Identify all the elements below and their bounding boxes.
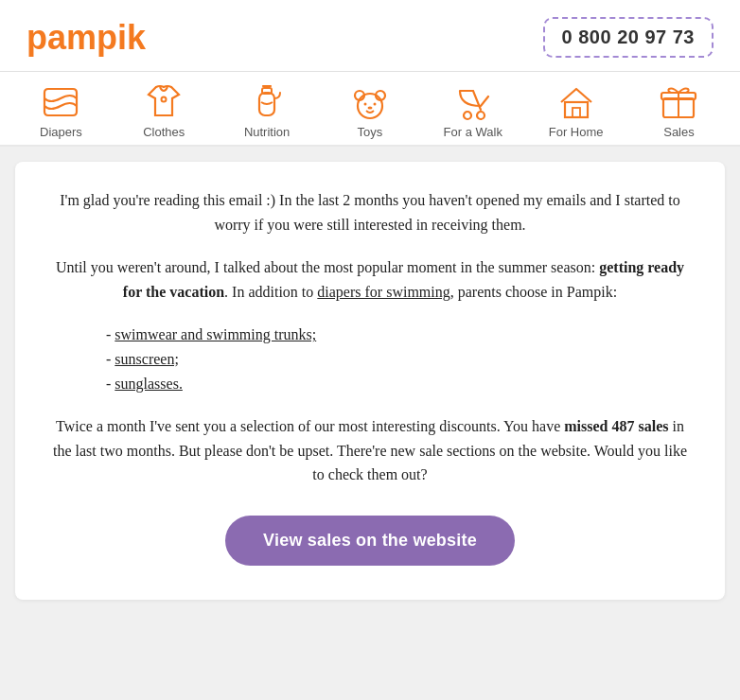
para2-middle: . In addition to [224, 284, 317, 300]
header: pampik 0 800 20 97 73 [0, 0, 740, 72]
svg-point-8 [367, 107, 372, 110]
para-2: Until you weren't around, I talked about… [49, 255, 691, 304]
nav-item-forhome[interactable]: For Home [538, 81, 614, 139]
svg-rect-2 [262, 88, 272, 94]
forwalk-icon [450, 81, 496, 123]
nav-label-nutrition: Nutrition [244, 125, 290, 139]
svg-point-0 [162, 97, 167, 102]
forhome-icon [554, 81, 599, 123]
nav-item-toys[interactable]: Toys [332, 81, 408, 139]
nav-item-nutrition[interactable]: Nutrition [229, 81, 305, 139]
btn-container: View sales on the website [49, 516, 691, 566]
svg-rect-12 [573, 108, 580, 117]
svg-point-3 [358, 94, 382, 118]
nav-label-forwalk: For a Walk [444, 125, 502, 139]
svg-point-6 [363, 103, 366, 106]
list-item-1: - swimwear and swimming trunks; [106, 323, 691, 347]
svg-point-10 [477, 112, 485, 119]
list-link-2[interactable]: sunscreen; [115, 351, 179, 367]
nav-bar: Diapers Clothes [0, 72, 740, 147]
para-1: I'm glad you're reading this email :) In… [49, 188, 691, 236]
diapers-icon [38, 81, 83, 123]
nav-item-clothes[interactable]: Clothes [126, 81, 202, 139]
toys-icon [347, 81, 393, 123]
nav-item-sales[interactable]: Sales [641, 81, 716, 139]
logo[interactable]: pampik [26, 18, 146, 58]
list-link-3[interactable]: sunglasses. [115, 376, 183, 392]
para3-bold: missed 487 sales [564, 418, 668, 434]
phone-number: 0 800 20 97 73 [562, 26, 695, 47]
nav-label-clothes: Clothes [143, 125, 185, 139]
nav-item-diapers[interactable]: Diapers [23, 81, 98, 139]
list-link-1[interactable]: swimwear and swimming trunks; [115, 326, 316, 342]
view-sales-button[interactable]: View sales on the website [225, 516, 515, 566]
list-item-2: - sunscreen; [106, 347, 691, 372]
nav-label-toys: Toys [358, 125, 383, 139]
nav-label-forhome: For Home [549, 125, 604, 139]
nav-item-forwalk[interactable]: For a Walk [435, 81, 511, 139]
nutrition-icon [244, 81, 290, 123]
list-section: - swimwear and swimming trunks; - sunscr… [49, 323, 691, 395]
nav-label-sales: Sales [663, 125, 695, 139]
svg-point-9 [464, 112, 471, 119]
para2-prefix: Until you weren't around, I talked about… [56, 259, 599, 275]
diapers-swimming-link[interactable]: diapers for swimming [317, 284, 449, 300]
phone-box[interactable]: 0 800 20 97 73 [543, 17, 714, 58]
page-wrapper: pampik 0 800 20 97 73 Diapers [0, 0, 740, 700]
para2-after-link: , parents choose in Pampik: [450, 284, 617, 300]
svg-rect-11 [565, 102, 588, 117]
para-3: Twice a month I've sent you a selection … [49, 414, 691, 487]
para3-prefix: Twice a month I've sent you a selection … [56, 418, 564, 434]
list-item-3: - sunglasses. [106, 372, 691, 396]
clothes-icon [141, 81, 186, 123]
svg-point-7 [373, 103, 376, 106]
content-area: I'm glad you're reading this email :) In… [15, 162, 725, 600]
sales-icon [656, 81, 701, 123]
nav-label-diapers: Diapers [40, 125, 82, 139]
